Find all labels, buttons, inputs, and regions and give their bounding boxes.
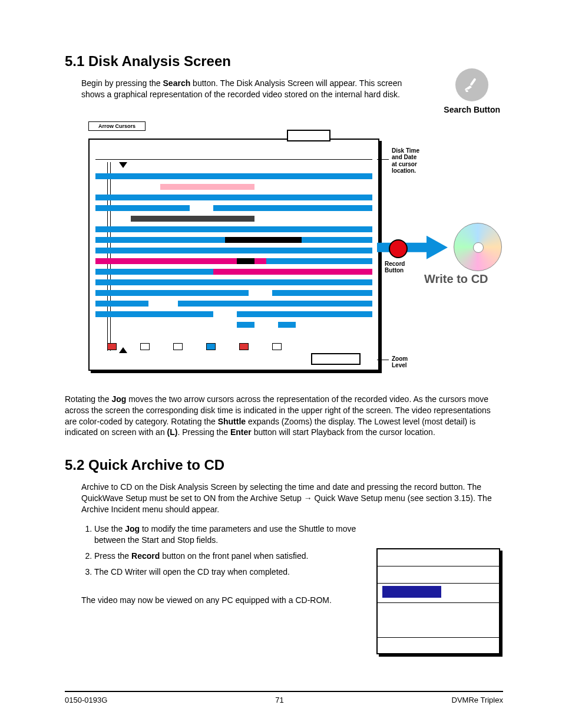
footer-doc-id: 0150-0193G <box>65 696 107 704</box>
write-arrow <box>377 236 448 259</box>
section-5-1-heading: 5.1 Disk Analysis Screen <box>65 53 503 70</box>
cd-disc-icon <box>454 223 502 271</box>
bold-search: Search <box>163 78 191 88</box>
diagram-screen <box>88 139 379 371</box>
footer-product: DVMRe Triplex <box>452 696 503 704</box>
section-5-2-heading: 5.2 Quick Archive to CD <box>65 457 503 473</box>
record-button-label: Record Button <box>385 261 405 274</box>
selected-field <box>382 586 441 598</box>
bold-jog: Jog <box>125 524 140 533</box>
bold-shuttle: Shuttle <box>218 417 246 426</box>
disk-analysis-diagram: Arrow Cursors <box>65 124 503 377</box>
zoom-box <box>311 353 361 365</box>
search-button-label: Search Button <box>444 105 500 114</box>
list-item: Use the Jog to modify the time parameter… <box>94 523 371 546</box>
arrow-cursor-top-icon <box>119 162 127 168</box>
bold-jog: Jog <box>111 394 126 404</box>
zoom-level-callout: Zoom Level <box>392 355 408 369</box>
document-page: 5.1 Disk Analysis Screen Begin by pressi… <box>0 0 562 728</box>
bold-record: Record <box>131 551 160 561</box>
square-markers <box>107 343 361 350</box>
write-to-cd-label: Write to CD <box>424 272 488 286</box>
page-footer: 0150-0193G 71 DVMRe Triplex <box>65 691 503 704</box>
text: Use the <box>94 524 125 533</box>
search-icon <box>455 68 488 101</box>
text: button on the front panel when satisfied… <box>160 551 308 561</box>
section-5-1-intro: Begin by pressing the Search button. The… <box>81 78 415 100</box>
archive-incident-menu <box>376 548 500 654</box>
steps-list: Use the Jog to modify the time parameter… <box>81 523 371 578</box>
arrow-cursors-label: Arrow Cursors <box>88 121 146 131</box>
text: . Pressing the <box>177 427 230 437</box>
text: Rotating the <box>65 394 111 404</box>
search-button-callout: Search Button <box>444 68 500 114</box>
footer-page-number: 71 <box>275 696 283 704</box>
svg-rect-0 <box>470 78 477 86</box>
top-tab <box>287 130 330 141</box>
text: button will start Playback from the curs… <box>252 427 435 437</box>
bold-L: (L) <box>167 427 178 437</box>
tracks <box>95 172 372 331</box>
list-item: Press the Record button on the front pan… <box>94 551 371 562</box>
list-item: The CD Writer will open the CD tray when… <box>94 566 371 578</box>
bold-enter: Enter <box>230 427 252 437</box>
disk-time-callout: Disk Time and Date at cursor location. <box>392 147 419 174</box>
section-5-1-body: Rotating the Jog moves the two arrow cur… <box>65 394 503 439</box>
record-button-icon <box>389 239 408 258</box>
section-5-2-intro: Archive to CD on the Disk Analysis Scree… <box>81 482 497 515</box>
text: Begin by pressing the <box>81 78 163 88</box>
text: Press the <box>94 551 131 561</box>
